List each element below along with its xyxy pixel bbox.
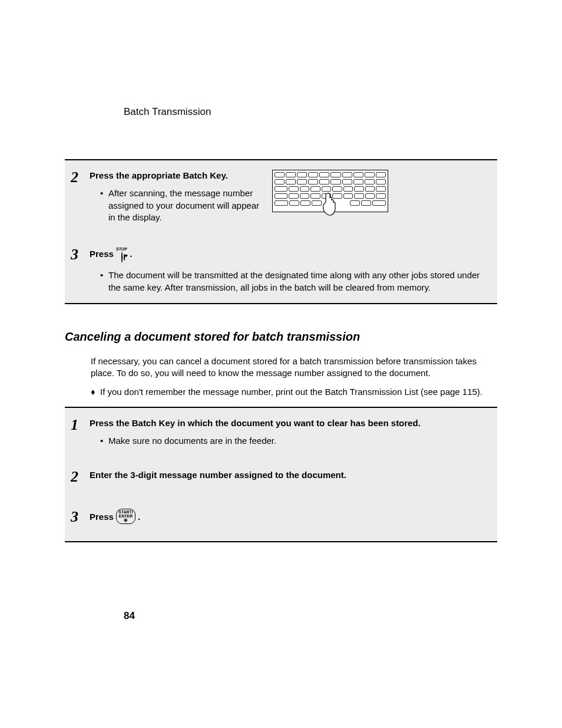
step-number: 2 bbox=[71, 469, 90, 485]
step-title: Press the Batch Key in which the documen… bbox=[90, 417, 485, 429]
cancel-step-1-block: 1 Press the Batch Key in which the docum… bbox=[65, 407, 497, 460]
step-title-post: . bbox=[138, 512, 140, 522]
bullet-dot-icon: • bbox=[100, 269, 108, 294]
note-text: If you don't remember the message number… bbox=[100, 386, 482, 398]
start-line1: START/ bbox=[118, 510, 133, 514]
page-number: 84 bbox=[124, 610, 135, 622]
step-bullet: • Make sure no documents are in the feed… bbox=[90, 435, 485, 447]
procedure-cancel: 1 Press the Batch Key in which the docum… bbox=[65, 407, 497, 542]
step-title-pre: Press bbox=[90, 512, 116, 522]
bullet-text: After scanning, the message number assig… bbox=[108, 187, 260, 223]
start-enter-key-icon: START/ ENTER ⊕ bbox=[116, 509, 135, 525]
note-bullet: ♦ If you don't remember the message numb… bbox=[65, 386, 497, 398]
step-number: 2 bbox=[71, 170, 90, 185]
stop-label: STOP bbox=[116, 247, 127, 251]
cancel-step-2-block: 2 Enter the 3-digit message number assig… bbox=[65, 460, 497, 500]
bullet-text: The document will be transmitted at the … bbox=[108, 269, 485, 294]
step-title: Press STOP . bbox=[90, 247, 485, 263]
stop-key-icon: STOP bbox=[116, 247, 127, 263]
bullet-dot-icon: • bbox=[100, 435, 108, 447]
step-title: Press the appropriate Batch Key. bbox=[90, 170, 260, 182]
bullet-dot-icon: • bbox=[100, 187, 108, 223]
procedure-batch-transmission: 2 Press the appropriate Batch Key. • Aft… bbox=[65, 159, 497, 304]
step-bullet: • After scanning, the message number ass… bbox=[90, 187, 260, 223]
step-3-block: 3 Press STOP . • The document will be tr… bbox=[65, 238, 497, 304]
step-2-block: 2 Press the appropriate Batch Key. • Aft… bbox=[65, 159, 497, 238]
running-header: Batch Transmission bbox=[65, 106, 497, 118]
control-panel-illustration bbox=[272, 170, 388, 212]
step-number: 1 bbox=[71, 417, 90, 433]
start-symbol: ⊕ bbox=[124, 518, 128, 523]
step-title: Enter the 3-digit message number assigne… bbox=[90, 469, 485, 481]
page-content: Batch Transmission 2 Press the appropria… bbox=[0, 0, 562, 542]
intro-paragraph: If necessary, you can cancel a document … bbox=[65, 355, 497, 380]
step-bullet: • The document will be transmitted at th… bbox=[90, 269, 485, 294]
step-number: 3 bbox=[71, 509, 90, 525]
diamond-bullet-icon: ♦ bbox=[91, 386, 100, 398]
bullet-text: Make sure no documents are in the feeder… bbox=[108, 435, 485, 447]
step-title: Press START/ ENTER ⊕ . bbox=[90, 509, 485, 525]
pointing-hand-icon bbox=[320, 193, 338, 216]
step-number: 3 bbox=[71, 247, 90, 262]
cancel-step-3-block: 3 Press START/ ENTER ⊕ . bbox=[65, 500, 497, 542]
step-title-post: . bbox=[130, 249, 132, 259]
section-heading-cancel: Canceling a document stored for batch tr… bbox=[65, 330, 497, 344]
step-title-pre: Press bbox=[90, 249, 116, 259]
